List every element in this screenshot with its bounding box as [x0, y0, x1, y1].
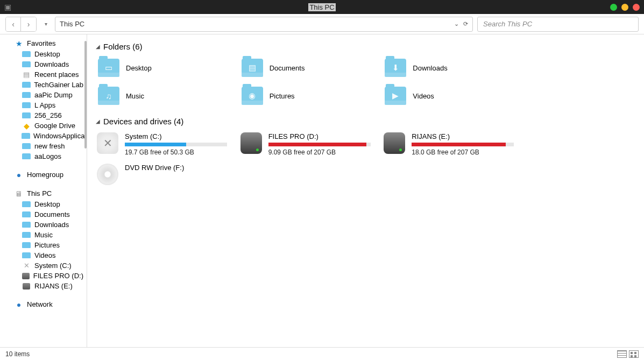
sidebar-favorites-item-0-label: Desktop [34, 50, 60, 58]
folder-icon: ▶ [385, 87, 406, 105]
drive-name: RIJANS (E:) [412, 132, 514, 140]
sidebar-favorites-item-2[interactable]: ▤Recent places [0, 69, 87, 80]
folder-label: Desktop [126, 64, 152, 72]
sidebar-thispc-label: This PC [27, 189, 52, 197]
folder-music[interactable]: ♫Music [96, 84, 229, 107]
sidebar-favorites-item-1[interactable]: Downloads [0, 59, 87, 69]
drive-icon: ✕ [97, 132, 118, 154]
address-dropdown-icon[interactable]: ⌄ [454, 20, 459, 27]
minimize-button[interactable] [610, 4, 617, 11]
drive-item-0[interactable]: ✕System (C:)19.7 GB free of 50.3 GB [96, 131, 229, 157]
sidebar-favorites-item-4[interactable]: aaPic Dump [0, 90, 87, 100]
drive-item-2[interactable]: RIJANS (E:)18.0 GB free of 207 GB [383, 131, 515, 157]
sidebar-thispc-item-6[interactable]: ✕System (C:) [0, 260, 87, 271]
sidebar-thispc-item-3-label: Music [34, 231, 53, 239]
sidebar-thispc-item-7[interactable]: FILES PRO (D:) [0, 271, 87, 281]
folder-icon: ▤ [242, 59, 263, 77]
view-buttons [617, 350, 639, 358]
refresh-icon[interactable]: ⟳ [463, 20, 468, 27]
search-placeholder: Search This PC [483, 20, 532, 28]
sidebar-thispc-item-1[interactable]: Documents [0, 209, 87, 220]
sidebar-thispc-item-3[interactable]: Music [0, 230, 87, 240]
address-bar[interactable]: This PC ⌄ ⟳ [55, 17, 473, 32]
folder-downloads[interactable]: ⬇Downloads [383, 57, 515, 79]
sidebar-homegroup[interactable]: ●Homegroup [0, 169, 87, 180]
back-button[interactable]: ‹ [6, 17, 21, 31]
sidebar-thispc-item-2-label: Downloads [34, 221, 69, 229]
drives-header-label: Devices and drives (4) [103, 117, 183, 126]
sidebar-thispc-item-8-label: RIJANS (E:) [34, 282, 73, 290]
icons-view-button[interactable] [629, 350, 639, 358]
folders-header-label: Folders (6) [103, 42, 143, 51]
drive-icon [384, 132, 405, 154]
sidebar-favorites-item-7[interactable]: ◆Google Drive [0, 121, 87, 131]
sidebar-network[interactable]: ●Network [0, 299, 87, 310]
drive-usage-bar [125, 143, 227, 146]
sidebar-favorites-item-2-label: Recent places [34, 70, 79, 79]
search-input[interactable]: Search This PC [477, 17, 639, 32]
sidebar-thispc-item-4[interactable]: Pictures [0, 240, 87, 250]
folders-section-header[interactable]: ◢Folders (6) [96, 42, 635, 51]
collapse-icon: ◢ [96, 118, 100, 124]
sidebar-favorites-item-5[interactable]: L Apps [0, 100, 87, 110]
sidebar-thispc-item-7-label: FILES PRO (D:) [33, 272, 83, 280]
drive-name: DVD RW Drive (F:) [125, 164, 228, 172]
folder-icon: ♫ [98, 87, 119, 105]
folder-label: Documents [270, 64, 305, 72]
folder-label: Pictures [270, 92, 295, 100]
sidebar-thispc-item-4-label: Pictures [34, 241, 60, 249]
sidebar-thispc-item-8[interactable]: RIJANS (E:) [0, 281, 87, 291]
sidebar-thispc-item-0[interactable]: Desktop [0, 199, 87, 209]
sidebar-favorites-item-10-label: aaLogos [34, 152, 61, 160]
folder-icon: ⬇ [385, 59, 406, 77]
scrollbar[interactable] [84, 41, 87, 149]
sidebar-favorites-item-7-label: Google Drive [34, 122, 75, 130]
app-icon: ▣ [4, 3, 11, 11]
folder-desktop[interactable]: ▭Desktop [96, 57, 229, 79]
sidebar-favorites-item-4-label: aaPic Dump [34, 91, 73, 99]
maximize-button[interactable] [621, 4, 628, 11]
sidebar-favorites-item-3-label: TechGainer Lab [34, 81, 83, 89]
folder-videos[interactable]: ▶Videos [383, 84, 515, 107]
collapse-icon: ◢ [96, 44, 100, 50]
drive-item-1[interactable]: FILES PRO (D:)9.09 GB free of 207 GB [239, 131, 372, 157]
sidebar-thispc[interactable]: 🖥This PC [0, 188, 87, 199]
sidebar-favorites[interactable]: ★Favorites [0, 38, 87, 49]
drive-free-text: 19.7 GB free of 50.3 GB [125, 149, 228, 156]
folder-label: Videos [413, 92, 434, 100]
sidebar-thispc-item-2[interactable]: Downloads [0, 220, 87, 230]
sidebar-favorites-item-8-label: WindowsApplica [33, 132, 84, 140]
drive-name: System (C:) [125, 132, 228, 140]
folder-pictures[interactable]: ◉Pictures [239, 84, 372, 107]
close-button[interactable] [633, 4, 640, 11]
sidebar-thispc-item-0-label: Desktop [34, 200, 60, 208]
sidebar-favorites-item-1-label: Downloads [34, 60, 69, 68]
folder-label: Downloads [413, 64, 447, 72]
sidebar-favorites-item-0[interactable]: Desktop [0, 49, 87, 59]
drives-section-header[interactable]: ◢Devices and drives (4) [96, 117, 635, 126]
forward-button[interactable]: › [21, 17, 36, 31]
sidebar-favorites-item-8[interactable]: WindowsApplica [0, 131, 87, 141]
sidebar-favorites-item-5-label: L Apps [34, 101, 55, 109]
sidebar-favorites-item-6[interactable]: 256_256 [0, 110, 87, 121]
folder-documents[interactable]: ▤Documents [239, 57, 372, 79]
history-dropdown[interactable]: ▾ [41, 17, 51, 31]
sidebar-thispc-item-5[interactable]: Videos [0, 250, 87, 260]
sidebar-favorites-item-10[interactable]: aaLogos [0, 151, 87, 161]
sidebar-favorites-label: Favorites [27, 39, 55, 47]
sidebar-thispc-item-6-label: System (C:) [34, 262, 72, 270]
drive-item-3[interactable]: DVD RW Drive (F:) [96, 163, 229, 186]
drive-usage-bar [412, 143, 514, 146]
drive-free-text: 9.09 GB free of 207 GB [268, 149, 371, 156]
sidebar-favorites-item-9-label: new fresh [34, 142, 65, 150]
drive-name: FILES PRO (D:) [268, 132, 371, 140]
nav-buttons: ‹ › [5, 17, 37, 32]
sidebar-homegroup-label: Homegroup [27, 171, 63, 179]
drive-usage-bar [268, 143, 371, 146]
status-bar: 10 items [0, 347, 644, 360]
details-view-button[interactable] [617, 350, 627, 358]
address-location: This PC [60, 20, 450, 28]
sidebar-favorites-item-9[interactable]: new fresh [0, 141, 87, 151]
sidebar-favorites-item-3[interactable]: TechGainer Lab [0, 80, 87, 90]
folder-icon: ◉ [242, 87, 263, 105]
